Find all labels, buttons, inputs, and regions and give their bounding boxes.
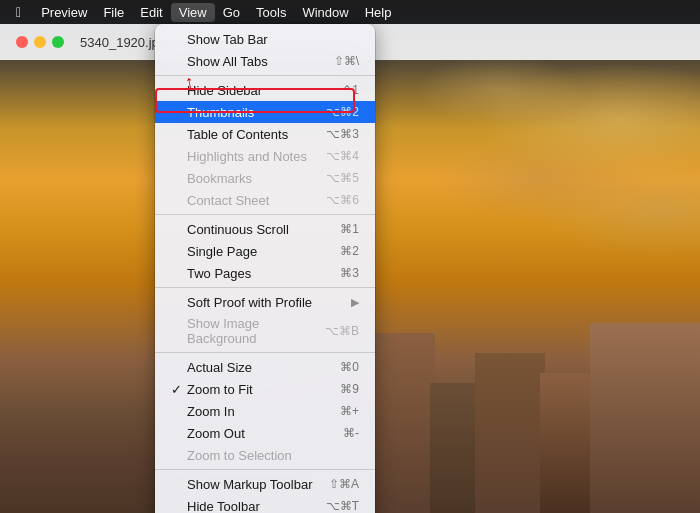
shortcut-hide-toolbar: ⌥⌘T [326, 499, 359, 513]
shortcut-toc: ⌥⌘3 [326, 127, 359, 141]
checkmark-contact-sheet [171, 193, 187, 208]
menu-item-contact-sheet-label: Contact Sheet [187, 193, 326, 208]
shortcut-zoom-in: ⌘+ [340, 404, 359, 418]
checkmark-zoom-to-selection [171, 448, 187, 463]
menu-item-hide-toolbar-label: Hide Toolbar [187, 499, 326, 514]
checkmark-single-page [171, 244, 187, 259]
minimize-button[interactable] [34, 36, 46, 48]
menu-item-soft-proof[interactable]: Soft Proof with Profile ▶ [155, 291, 375, 313]
menu-item-show-markup-toolbar-label: Show Markup Toolbar [187, 477, 329, 492]
menu-item-show-image-bg-label: Show Image Background [187, 316, 325, 346]
close-button[interactable] [16, 36, 28, 48]
menu-item-zoom-to-fit[interactable]: ✓ Zoom to Fit ⌘9 [155, 378, 375, 400]
checkmark-bookmarks [171, 171, 187, 186]
shortcut-thumbnails: ⌥⌘2 [326, 105, 359, 119]
menu-item-toc-label: Table of Contents [187, 127, 326, 142]
menu-item-zoom-to-fit-label: Zoom to Fit [187, 382, 340, 397]
menu-item-bookmarks[interactable]: Bookmarks ⌥⌘5 [155, 167, 375, 189]
checkmark-zoom-to-fit: ✓ [171, 382, 187, 397]
checkmark-highlights [171, 149, 187, 164]
checkmark-continuous-scroll [171, 222, 187, 237]
menu-item-single-page-label: Single Page [187, 244, 340, 259]
menu-item-zoom-to-selection-label: Zoom to Selection [187, 448, 359, 463]
menu-item-contact-sheet[interactable]: Contact Sheet ⌥⌘6 [155, 189, 375, 211]
menu-item-thumbnails[interactable]: Thumbnails ⌥⌘2 [155, 101, 375, 123]
checkmark-soft-proof [171, 295, 187, 310]
menu-item-actual-size[interactable]: Actual Size ⌘0 [155, 356, 375, 378]
shortcut-zoom-to-fit: ⌘9 [340, 382, 359, 396]
menu-item-continuous-scroll[interactable]: Continuous Scroll ⌘1 [155, 218, 375, 240]
checkmark-zoom-in [171, 404, 187, 419]
checkmark-zoom-out [171, 426, 187, 441]
checkmark-toc [171, 127, 187, 142]
checkmark-thumbnails [171, 105, 187, 120]
menu-bar:  Preview File Edit View Go Tools Window… [0, 0, 700, 24]
menu-item-show-image-bg[interactable]: Show Image Background ⌥⌘B [155, 313, 375, 349]
menu-item-hide-toolbar[interactable]: Hide Toolbar ⌥⌘T [155, 495, 375, 513]
menu-item-show-all-tabs-label: Show All Tabs [187, 54, 334, 69]
menubar-tools[interactable]: Tools [248, 3, 294, 22]
window-controls [16, 36, 64, 48]
shortcut-continuous-scroll: ⌘1 [340, 222, 359, 236]
menu-item-show-tab-bar[interactable]: Show Tab Bar [155, 28, 375, 50]
separator-4 [155, 352, 375, 353]
separator-2 [155, 214, 375, 215]
separator-5 [155, 469, 375, 470]
menubar-view[interactable]: View [171, 3, 215, 22]
menubar-file[interactable]: File [95, 3, 132, 22]
menu-item-show-tab-bar-label: Show Tab Bar [187, 32, 359, 47]
menubar-go[interactable]: Go [215, 3, 248, 22]
shortcut-contact-sheet: ⌥⌘6 [326, 193, 359, 207]
checkmark-two-pages [171, 266, 187, 281]
maximize-button[interactable] [52, 36, 64, 48]
checkmark-show-markup-toolbar [171, 477, 187, 492]
menubar-preview[interactable]: Preview [33, 3, 95, 22]
shortcut-highlights: ⌥⌘4 [326, 149, 359, 163]
menu-item-show-all-tabs[interactable]: Show All Tabs ⇧⌘\ [155, 50, 375, 72]
menu-item-zoom-in-label: Zoom In [187, 404, 340, 419]
checkmark-show-all-tabs [171, 54, 187, 69]
shortcut-show-markup-toolbar: ⇧⌘A [329, 477, 359, 491]
shortcut-bookmarks: ⌥⌘5 [326, 171, 359, 185]
submenu-arrow-soft-proof: ▶ [351, 296, 359, 309]
shortcut-zoom-out: ⌘- [343, 426, 359, 440]
menu-item-table-of-contents[interactable]: Table of Contents ⌥⌘3 [155, 123, 375, 145]
apple-menu[interactable]:  [8, 2, 29, 22]
menubar-edit[interactable]: Edit [132, 3, 170, 22]
menu-item-zoom-in[interactable]: Zoom In ⌘+ [155, 400, 375, 422]
menu-item-thumbnails-label: Thumbnails [187, 105, 326, 120]
menu-item-zoom-out-label: Zoom Out [187, 426, 343, 441]
menu-item-two-pages-label: Two Pages [187, 266, 340, 281]
menu-item-zoom-to-selection[interactable]: Zoom to Selection [155, 444, 375, 466]
checkmark-show-image-bg [171, 324, 187, 339]
view-menu-dropdown: Show Tab Bar Show All Tabs ⇧⌘\ Hide Side… [155, 24, 375, 513]
menu-item-bookmarks-label: Bookmarks [187, 171, 326, 186]
shortcut-show-all-tabs: ⇧⌘\ [334, 54, 359, 68]
menu-item-highlights-notes[interactable]: Highlights and Notes ⌥⌘4 [155, 145, 375, 167]
menubar-window[interactable]: Window [294, 3, 356, 22]
menu-item-soft-proof-label: Soft Proof with Profile [187, 295, 351, 310]
menu-item-continuous-scroll-label: Continuous Scroll [187, 222, 340, 237]
shortcut-actual-size: ⌘0 [340, 360, 359, 374]
menubar-help[interactable]: Help [357, 3, 400, 22]
checkmark-show-tab-bar [171, 32, 187, 47]
shortcut-single-page: ⌘2 [340, 244, 359, 258]
menu-item-highlights-label: Highlights and Notes [187, 149, 326, 164]
menu-item-hide-sidebar-label: Hide Sidebar [187, 83, 342, 98]
checkmark-hide-toolbar [171, 499, 187, 514]
menu-item-show-markup-toolbar[interactable]: Show Markup Toolbar ⇧⌘A [155, 473, 375, 495]
shortcut-two-pages: ⌘3 [340, 266, 359, 280]
shortcut-show-image-bg: ⌥⌘B [325, 324, 359, 338]
separator-3 [155, 287, 375, 288]
menu-item-single-page[interactable]: Single Page ⌘2 [155, 240, 375, 262]
shortcut-hide-sidebar: ⌃1 [342, 83, 359, 97]
menu-item-two-pages[interactable]: Two Pages ⌘3 [155, 262, 375, 284]
menu-item-zoom-out[interactable]: Zoom Out ⌘- [155, 422, 375, 444]
menu-item-actual-size-label: Actual Size [187, 360, 340, 375]
checkmark-actual-size [171, 360, 187, 375]
